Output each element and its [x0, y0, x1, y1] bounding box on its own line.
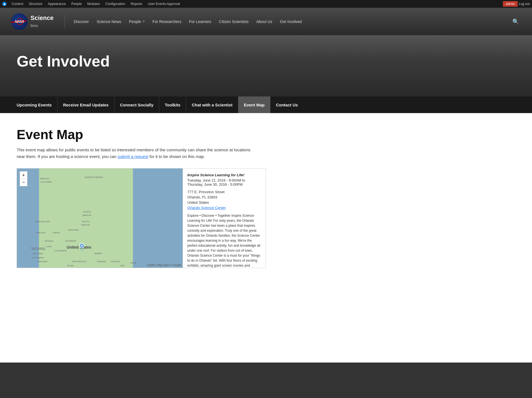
admin-bar-modules[interactable]: Modules [85, 0, 103, 8]
admin-bar-structure[interactable]: Structure [26, 0, 45, 8]
subnav-chat-scientist[interactable]: Chat with a Scientist [186, 96, 238, 113]
nav-people-label: People [129, 19, 141, 24]
submit-request-link[interactable]: submit a request [117, 154, 148, 159]
popup-address-1: 777 E. Princeton Street [187, 190, 261, 194]
nasa-logo-text: NASA [15, 19, 24, 24]
popup-address-2: Orlando, FL 32803 [187, 195, 261, 199]
popup-date-end: Thursday, June 30, 2016 - 5:00PM [187, 182, 242, 187]
map-popup: Inspire Science Learning for Life! Tuesd… [183, 169, 266, 268]
drupal-icon: ◆ [2, 2, 7, 6]
page-description: This event map allows for public events … [17, 147, 255, 160]
subnav-receive-email[interactable]: Receive Email Updates [58, 96, 114, 113]
subnav-toolkits[interactable]: Toolkits [159, 96, 186, 113]
site-beta-text: Beta [30, 24, 38, 28]
zoom-in-button[interactable]: + [20, 172, 27, 179]
popup-address-3: United States [187, 200, 261, 205]
zoom-out-button[interactable]: − [20, 179, 27, 186]
admin-bar-people[interactable]: People [68, 0, 84, 8]
subnav-contact-us[interactable]: Contact Us [270, 96, 303, 113]
header-divider [65, 15, 65, 29]
site-name: Science Beta [30, 15, 53, 28]
site-header: NASA Science Beta Discover Science News … [0, 8, 532, 35]
map-zoom-controls: + − [20, 171, 27, 186]
admin-bar: ◆ Content Structure Appearance People Mo… [0, 0, 532, 8]
map-container: + − Leaflet | Map data © Google Inspire … [17, 168, 266, 268]
nav-people[interactable]: People ↗ [126, 18, 148, 25]
logo-area: NASA Science Beta [11, 13, 53, 30]
nav-science-news[interactable]: Science News [93, 18, 125, 25]
map-footer: Leaflet | Map data © Google [147, 264, 181, 267]
nav-for-learners[interactable]: For Learners [186, 18, 214, 25]
admin-bar-appearance[interactable]: Appearance [45, 0, 69, 8]
map-tiles [17, 169, 183, 268]
nav-get-involved[interactable]: Get Involved [277, 18, 305, 25]
site-name-area: Science Beta [30, 15, 53, 28]
page-title: Event Map [17, 127, 515, 142]
nav-about-us[interactable]: About Us [253, 18, 276, 25]
search-button[interactable]: 🔍 [511, 17, 521, 27]
main-nav: Discover Science News People ↗ For Resea… [70, 18, 511, 25]
admin-bar-reports[interactable]: Reports [128, 0, 145, 8]
hero-title: Get Involved [17, 52, 515, 70]
nav-citizen-scientists[interactable]: Citizen Scientists [216, 18, 252, 25]
popup-title: Inspire Science Learning for Life! [187, 173, 261, 177]
subnav-connect-socially[interactable]: Connect Socially [114, 96, 159, 113]
admin-bar-right: admin Log out [503, 1, 530, 7]
admin-bar-user-events[interactable]: User Events Approval [145, 0, 183, 8]
map-visual[interactable]: + − Leaflet | Map data © Google [17, 169, 183, 268]
admin-bar-content[interactable]: Content [9, 0, 26, 8]
admin-bar-configuration[interactable]: Configuration [103, 0, 128, 8]
nav-discover[interactable]: Discover [70, 18, 92, 25]
nasa-logo[interactable]: NASA [11, 13, 28, 30]
popup-venue-link[interactable]: Orlando Science Center [187, 206, 261, 210]
description-text-2: for it to be shown on this map. [149, 154, 205, 159]
popup-description: Explore • Discover • Together Inspire Sc… [187, 213, 261, 268]
subnav-event-map[interactable]: Event Map [238, 96, 270, 113]
external-link-icon: ↗ [142, 20, 145, 23]
sub-nav: Upcoming Events Receive Email Updates Co… [0, 96, 532, 113]
admin-button[interactable]: admin [503, 1, 518, 7]
nav-for-researchers[interactable]: For Researchers [149, 18, 185, 25]
popup-date-start: Tuesday, June 21, 2016 - 9:00AM to [187, 178, 245, 182]
content-area: Event Map This event map allows for publ… [0, 113, 532, 363]
popup-date-range: Tuesday, June 21, 2016 - 9:00AM to Thurs… [187, 178, 261, 187]
admin-bar-nav: ◆ Content Structure Appearance People Mo… [2, 0, 498, 8]
site-name-text: Science [30, 14, 53, 21]
hero-section: Get Involved [0, 35, 532, 96]
subnav-upcoming-events[interactable]: Upcoming Events [17, 96, 58, 113]
logout-button[interactable]: Log out [519, 2, 530, 6]
